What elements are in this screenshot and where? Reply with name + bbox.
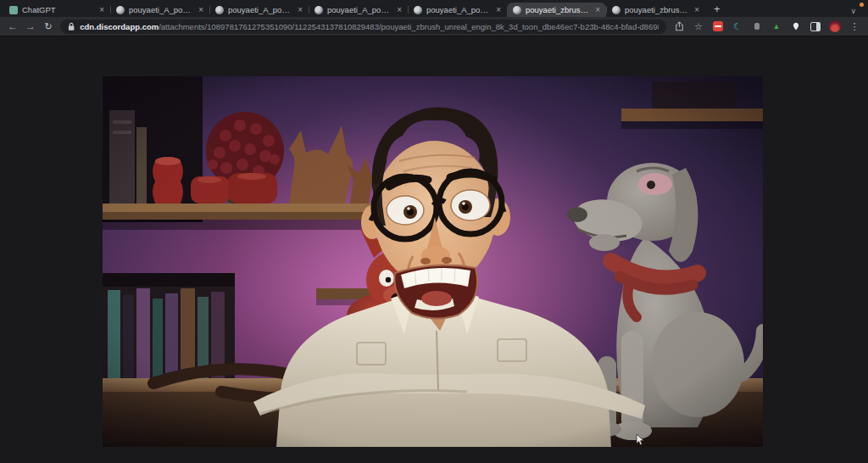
tab-title: ChatGPT [22,5,95,14]
tab-title: pouyaeti_zbrush_unreal_engin [625,5,690,14]
browser-chrome: ChatGPT × pouyaeti_A_powerful_modern × p… [0,0,868,36]
globe-favicon [414,6,422,14]
recording-indicator-dot [860,3,864,7]
reload-button[interactable]: ↻ [42,22,54,31]
tab-powerful-modern-2[interactable]: pouyaeti_A_powerful_modern × [209,3,309,17]
globe-favicon [513,6,521,14]
browser-menu-button[interactable]: ⋮ [848,20,861,33]
tab-powerful-modern-3[interactable]: pouyaeti_A_powerful_modern × [309,3,408,17]
side-panel-icon [810,22,821,31]
url-text: cdn.discordapp.com/attachments/108978176… [80,22,659,31]
dark-reader-extension-button[interactable]: ☾ [731,20,744,33]
address-bar[interactable]: cdn.discordapp.com/attachments/108978176… [60,20,666,34]
tab-title: pouyaeti_A_powerful_modern [426,5,492,14]
url-domain: cdn.discordapp.com [80,22,159,31]
globe-favicon [612,6,620,14]
tab-overview-chevron-icon[interactable]: ∨ [850,7,856,15]
chatgpt-favicon [9,6,18,14]
tab-zbrush-unreal-2[interactable]: pouyaeti_zbrush_unreal_engin × [606,3,705,17]
close-icon[interactable]: × [397,6,402,14]
tab-chatgpt[interactable]: ChatGPT × [3,3,110,17]
tab-powerful-modern-4[interactable]: pouyaeti_A_powerful_modern × [408,3,507,17]
pin-icon [792,21,800,31]
tab-powerful-modern-1[interactable]: pouyaeti_A_powerful_modern × [110,3,209,17]
close-icon[interactable]: × [198,6,203,14]
page-viewport [0,36,868,462]
toon-render-scene [103,76,763,447]
globe-favicon [314,6,323,14]
share-button[interactable] [672,20,686,33]
tab-zbrush-unreal-active[interactable]: pouyaeti_zbrush_unreal_engin × [507,3,606,17]
tab-title: pouyaeti_A_powerful_modern [129,5,194,14]
small-extension-button[interactable] [750,20,764,33]
tab-title: pouyaeti_A_powerful_modern [327,5,392,14]
browser-toolbar: ← → ↻ cdn.discordapp.com/attachments/108… [0,17,868,36]
tab-title: pouyaeti_zbrush_unreal_engin [526,5,591,14]
new-tab-button[interactable]: + [714,3,721,15]
lock-icon [68,22,75,31]
adblock-icon [713,21,723,31]
globe-favicon [215,6,224,14]
forward-button[interactable]: → [25,21,36,31]
close-icon[interactable]: × [595,6,600,14]
attachment-image [103,76,763,447]
close-icon[interactable]: × [496,6,501,14]
back-button[interactable]: ← [7,21,19,31]
pin-extension-button[interactable] [789,20,803,33]
side-panel-button[interactable] [809,20,822,33]
avatar-image [829,20,841,32]
close-icon[interactable]: × [694,6,699,14]
bookmark-star-button[interactable]: ☆ [692,20,705,33]
share-icon [675,21,684,31]
adblock-extension-button[interactable] [711,20,725,33]
updater-extension-button[interactable]: ▲ [770,20,783,33]
globe-favicon [116,6,125,14]
url-path: /attachments/1089781761275351090/1122543… [159,22,659,31]
tab-strip: ChatGPT × pouyaeti_A_powerful_modern × p… [0,0,868,17]
close-icon[interactable]: × [298,6,303,14]
close-icon[interactable]: × [99,6,104,14]
profile-avatar[interactable] [828,20,842,33]
small-extension-icon [754,23,760,30]
tab-title: pouyaeti_A_powerful_modern [228,5,293,14]
